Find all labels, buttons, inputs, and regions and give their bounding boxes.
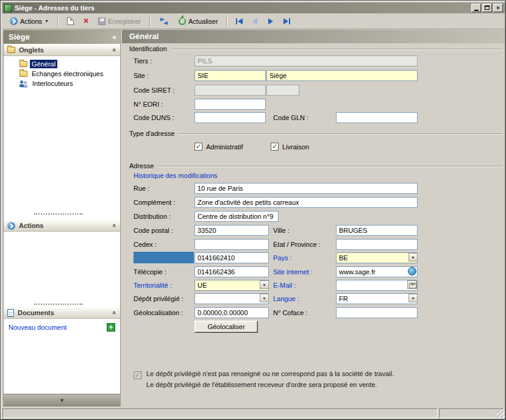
save-icon [98,18,105,25]
email-label-link[interactable]: E-Mail : [273,280,296,291]
sync-button[interactable] [155,15,173,28]
sidebar-item-echanges-electroniques[interactable]: Echanges électroniques [4,69,120,79]
section-header-actions[interactable]: Actions « [4,219,120,232]
langue-dropdown-button[interactable]: ▼ [408,294,418,302]
eori-field[interactable] [194,99,266,110]
administratif-label: Administratif [206,141,243,152]
new-document-link[interactable]: Nouveau document [9,323,66,332]
langue-label-link[interactable]: Langue : [273,293,299,304]
code-postal-field[interactable]: 33520 [194,225,269,236]
coface-label: N° Coface : [273,307,307,318]
new-page-icon [67,17,74,25]
new-button[interactable] [63,15,77,28]
statusbar-cell-right [439,408,504,418]
minimize-button[interactable] [471,4,481,12]
pays-dropdown-button[interactable]: ▼ [408,253,418,262]
resize-grip[interactable] [497,411,505,419]
telecopie-field[interactable]: 0141662436 [194,266,269,277]
sidebar-title-label: Siège [9,32,30,41]
geolocalisation-field[interactable]: 0.00000,0.00000 [194,307,269,318]
code-postal-label: Code postal : [134,225,173,236]
gln-label: Code GLN : [273,112,308,123]
section-header-onglets[interactable]: Onglets « [4,44,120,56]
duns-field[interactable] [194,112,266,123]
next-record-button[interactable] [264,15,277,27]
actions-header-label: Actions [19,222,43,229]
sync-icon [159,18,169,25]
toolbar: Actions ▼ × Enregistrer Actualiser [2,13,505,29]
tree-item-label: Echanges électroniques [30,69,105,78]
email-field[interactable] [336,280,418,291]
etat-province-field[interactable] [336,239,418,250]
last-record-icon [289,18,290,24]
site-internet-label-link[interactable]: Site internet : [273,266,313,277]
depot-warning-checkbox: ✓ [134,371,141,379]
sidebar-item-interlocuteurs[interactable]: Interlocuteurs [4,79,120,88]
site-label: Site : [134,70,149,81]
sidebar-item-general[interactable]: Général [4,59,120,69]
last-record-button[interactable] [280,15,293,27]
site-name-field[interactable]: Siège [266,70,418,81]
historique-modifications-link[interactable]: Historique des modifications [134,170,218,181]
ville-field[interactable]: BRUGES [336,225,418,236]
langue-combo[interactable]: FR [336,293,418,304]
previous-record-button[interactable] [248,15,262,27]
territorialite-label-link[interactable]: Territorialité : [134,280,172,291]
group-label: Adresse [129,162,157,169]
telephone-label-selected[interactable] [134,252,194,263]
telephone-field[interactable]: 0141662410 [194,252,269,263]
collapse-sidebar-button[interactable]: « [112,30,116,44]
arrow-left-icon [238,18,243,24]
refresh-button-label: Actualiser [188,18,218,25]
pays-combo[interactable]: BE [336,252,418,263]
app-icon [4,4,12,12]
mail-icon[interactable] [407,280,417,289]
territorialite-dropdown-button[interactable]: ▼ [260,280,269,289]
pays-label-link[interactable]: Pays : [273,252,292,263]
app-window: Siège - Adresses du tiers × Actions ▼ × … [0,0,506,420]
add-document-button[interactable]: + [107,323,115,332]
site-code-field[interactable]: SIE [194,70,266,81]
cedex-field[interactable] [194,239,269,250]
depot-warning-line1: Le dépôt privilégié n'est pas renseigné … [146,369,394,379]
chevron-up-icon: « [111,224,118,227]
actions-icon [10,17,18,25]
administratif-checkbox[interactable]: ✓ [194,143,202,151]
group-label: Type d'adresse [129,130,178,137]
group-adresse: Adresse [129,162,502,170]
globe-icon[interactable] [408,267,416,276]
rue-field[interactable]: 10 rue de Paris [194,183,418,194]
coface-field[interactable] [336,307,418,318]
group-type-adresse: Type d'adresse [129,129,502,138]
statusbar [2,408,505,419]
actions-icon [7,222,15,230]
geolocaliser-button[interactable]: Géolocaliser [194,321,258,333]
depot-privilegie-combo[interactable] [194,293,269,304]
group-identification: Identification [129,44,502,53]
section-header-documents[interactable]: Documents « [4,307,120,319]
livraison-label: Livraison [282,141,309,152]
tiers-label: Tiers : [134,55,152,66]
delete-button[interactable]: × [80,15,92,28]
gln-field[interactable] [336,112,418,123]
siret-label: Code SIRET : [134,85,175,96]
site-internet-field[interactable]: www.sage.fr [336,266,418,277]
depot-dropdown-button[interactable]: ▼ [260,294,269,302]
arrow-right-icon [283,18,288,24]
first-record-button[interactable] [232,15,246,27]
territorialite-combo[interactable]: UE [194,280,269,291]
complement-field[interactable]: Zone d'activité des petits carreaux [194,197,418,208]
chevron-up-icon: « [111,311,118,315]
close-button[interactable]: × [493,4,503,12]
panel-scroll-down-bar[interactable]: ▼ [4,394,120,406]
main-panel: Général Identification Tiers : PILS Site… [122,30,505,407]
panel-splitter[interactable] [34,304,83,305]
tree-item-label: Interlocuteurs [30,79,75,88]
actions-button[interactable]: Actions ▼ [6,15,52,28]
refresh-button[interactable]: Actualiser [175,15,221,28]
distribution-field[interactable]: Centre de distribution n°9 [194,211,279,222]
livraison-checkbox[interactable]: ✓ [271,143,279,151]
chevron-down-icon: ▼ [45,19,49,23]
maximize-button[interactable] [482,4,492,12]
panel-splitter[interactable] [34,213,83,215]
